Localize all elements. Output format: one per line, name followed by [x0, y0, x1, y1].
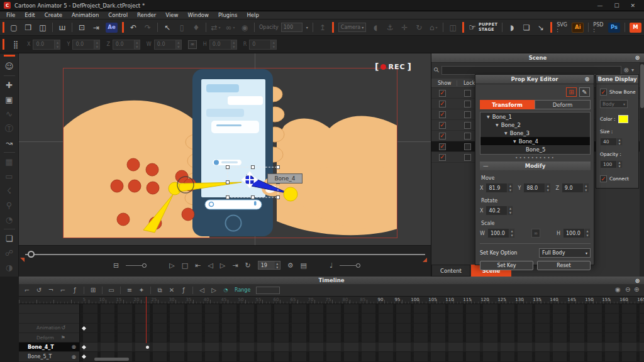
photoshop-badge[interactable]: Ps [608, 23, 620, 33]
mask-edit-icon[interactable]: ◑ [0, 260, 19, 275]
home-view-icon[interactable]: ⌂▾ [428, 22, 438, 33]
bone-tree-item[interactable]: ▼ Bone_1 [480, 112, 590, 121]
motion-badge[interactable]: M [630, 23, 641, 33]
bone-part-select[interactable]: Body▾ [600, 100, 628, 108]
stage-canvas[interactable]: [ REC ] Bone_4 [19, 53, 431, 245]
create-character-icon[interactable]: ✚ [0, 78, 19, 92]
search-input[interactable] [441, 66, 621, 75]
prop-key-editor-header[interactable]: Prop Key Editor ⊗ [475, 75, 594, 84]
value-input[interactable]: 88.0▲▼ [523, 183, 551, 193]
set-key-button[interactable]: Set Key [480, 261, 533, 270]
layer-manager-icon[interactable]: ❏ [0, 231, 19, 246]
face-puppet-icon[interactable]: ◔ [0, 212, 19, 227]
menu-item[interactable]: View [165, 12, 178, 18]
value-input[interactable]: 100.0▲▼ [563, 228, 591, 238]
value-input[interactable]: 9.0▲▼ [562, 183, 589, 193]
mask-icon[interactable]: ◗▾ [507, 22, 517, 33]
mark-in-icon[interactable]: ⌐ [24, 287, 30, 293]
motion-icon[interactable]: ∿ [0, 107, 19, 121]
timeline-track-lane[interactable] [80, 352, 644, 361]
tab-deform[interactable]: Deform [535, 100, 591, 109]
value-input[interactable]: 81.9▲▼ [486, 183, 513, 193]
bone-tree-item[interactable]: ▼ Bone_2 [480, 121, 590, 129]
timeline-track-lane[interactable] [80, 324, 644, 333]
keyframe[interactable] [82, 326, 86, 331]
bone-opacity-input[interactable]: 100▲▼ [600, 160, 623, 168]
value-input[interactable]: 40.2▲▼ [486, 206, 513, 216]
track-lanes[interactable] [80, 304, 644, 362]
curve-icon[interactable]: ƒ [72, 287, 78, 293]
motion-path-icon[interactable]: ↝ [0, 136, 19, 150]
spinner[interactable]: ▲▼ [231, 40, 236, 49]
clip-icon[interactable]: ⌐ [60, 287, 66, 293]
range-end-marker[interactable] [423, 258, 427, 262]
chevron-down-icon[interactable]: ▾ [631, 67, 634, 73]
menu-item[interactable]: Animation [72, 12, 99, 18]
show-checkbox[interactable] [439, 133, 446, 140]
close-icon[interactable]: ⊗ [585, 75, 590, 82]
playhead[interactable] [146, 297, 147, 343]
menu-item[interactable]: Control [108, 12, 128, 18]
drag-handle[interactable]: ∙∙∙∙∙∙∙∙∙∙ [475, 155, 595, 160]
close-icon[interactable]: ⊗ [635, 54, 640, 61]
go-to-end-button[interactable]: ⇥ [232, 261, 238, 270]
loop-button[interactable]: ↻ [245, 261, 250, 270]
spinner[interactable]: ▲▼ [270, 40, 276, 49]
tree-expander-icon[interactable]: ▼ [487, 114, 490, 119]
bone-tree-item[interactable]: ▼ Bone_4 [480, 137, 590, 145]
show-checkbox[interactable] [439, 154, 446, 161]
bone-color-swatch[interactable] [618, 115, 628, 123]
set-key-option-select[interactable]: Full Body ▾ [539, 248, 591, 258]
show-bone-checkbox[interactable] [600, 89, 607, 96]
redo-icon[interactable]: ↷▾ [143, 22, 153, 33]
camera-select[interactable]: Camera ▾ [338, 23, 366, 32]
reset-button[interactable]: Reset [537, 261, 591, 270]
fit-view-icon[interactable]: ❏▾ [521, 22, 531, 33]
volume-slider[interactable] [340, 263, 360, 268]
value-input[interactable]: 100.0▲▼ [487, 228, 515, 238]
lock-checkbox[interactable] [464, 122, 471, 129]
keyframe[interactable] [146, 346, 149, 349]
speech-bubble-icon[interactable]: ⊟ [113, 261, 119, 270]
timeline-track-label[interactable]: Bone_5_T⊗ [19, 352, 79, 361]
lock-checkbox[interactable] [464, 143, 471, 150]
spinner[interactable]: ▲▼ [584, 229, 590, 238]
next-frame-button[interactable]: ▷ [220, 261, 225, 270]
go-to-start-button[interactable]: ⇤ [195, 261, 201, 270]
bubble-slider[interactable] [126, 263, 147, 268]
add-clip-icon[interactable]: ⧉ [157, 287, 163, 294]
spinner[interactable]: ▲▼ [175, 40, 181, 49]
timeline-track-lane[interactable] [80, 304, 644, 314]
timeline-track-lane[interactable] [80, 343, 644, 352]
spinner[interactable]: ▲▼ [583, 184, 589, 192]
tree-expander-icon[interactable]: ▼ [496, 123, 499, 127]
show-checkbox[interactable] [439, 122, 446, 129]
timeline-horizontal-scrollbar[interactable] [94, 358, 129, 361]
menu-item[interactable]: Window [187, 12, 209, 18]
pose-icon[interactable]: ⚲ [0, 198, 19, 212]
maximize-button[interactable]: ☐ [614, 3, 619, 9]
import-media-icon[interactable]: ▣ [0, 92, 19, 107]
delete-clip-icon[interactable]: ✕ [169, 287, 175, 293]
lock-checkbox[interactable] [464, 111, 471, 118]
transform-input[interactable]: 0.0▲▼ [209, 40, 237, 50]
illustrator-badge[interactable]: Ai [572, 23, 584, 33]
render-panel-icon[interactable]: ▤ [301, 261, 307, 270]
open-project-icon[interactable]: ❒▾ [23, 22, 33, 33]
tab-content[interactable]: Content [431, 265, 470, 277]
previous-key-icon[interactable]: ◁ [199, 287, 205, 293]
tree-expander-icon[interactable]: ▼ [504, 131, 508, 135]
link-icon[interactable]: ∞▾ [225, 22, 235, 33]
transform-input[interactable]: 0▲▼ [249, 40, 277, 50]
anchor-icon[interactable]: ⚓▾ [385, 22, 395, 33]
bone-tree-item[interactable]: ▼ Bone_5 [480, 145, 590, 153]
timeline-track-lane[interactable] [80, 314, 644, 323]
frame-input[interactable]: 19▲▼ [258, 261, 280, 270]
scrubber-handle[interactable] [28, 251, 35, 258]
screen-capture-icon[interactable]: ⊡▾ [77, 22, 87, 33]
after-effects-badge[interactable]: Ae▾ [106, 23, 118, 33]
scale-link-icon[interactable]: ∞ [531, 229, 540, 238]
camera-view-icon[interactable]: ◉ [615, 286, 621, 293]
timeline-track-lane[interactable] [80, 333, 644, 343]
bone-edit-icon[interactable]: ⊞ [566, 87, 577, 97]
